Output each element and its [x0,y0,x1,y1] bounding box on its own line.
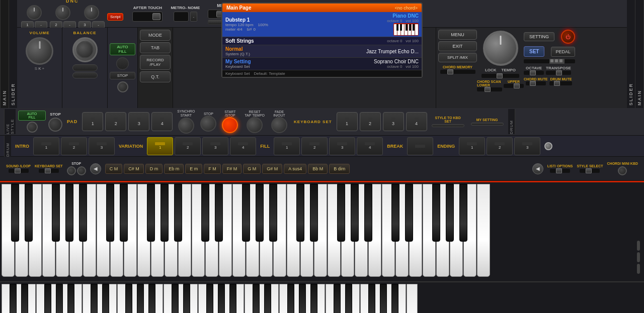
black-key[interactable] [120,184,128,242]
fill-btn-3[interactable]: 3 [329,137,355,155]
intro-btn-2[interactable]: 2 [61,137,87,155]
intro-btn-3[interactable]: 3 [89,137,115,155]
black-key[interactable] [391,184,399,242]
record-play-btn[interactable]: RECORD /PLAY [140,55,171,70]
black-key[interactable] [459,184,467,242]
octave-thumb[interactable] [530,70,536,75]
dnc-knob-1[interactable] [27,5,42,20]
black-key[interactable] [364,184,372,242]
variation-btn-4[interactable]: 4 [230,137,256,155]
black-key[interactable] [405,184,413,242]
black-key[interactable] [137,284,144,313]
black-key[interactable] [102,284,109,313]
stop-pad-knob[interactable] [48,118,62,132]
popup-item-1[interactable]: Soft Strings octave 0 vol 100 [222,37,422,45]
chord-upper-thumb[interactable] [514,83,520,88]
ending-btn-3[interactable]: 3 [514,137,540,155]
mode-btn[interactable]: MODE [140,30,171,41]
black-key[interactable] [172,284,179,313]
black-key[interactable] [337,184,345,242]
black-key[interactable] [125,284,132,313]
pad-btn-2[interactable]: 2 [105,112,126,131]
black-key[interactable] [56,284,63,313]
kbd-btn-3[interactable]: 3 [383,112,404,131]
kbd-btn-1[interactable]: 1 [337,112,358,131]
black-key[interactable] [160,184,169,242]
black-key[interactable] [148,284,155,313]
chord-arrow-right[interactable]: ◀ [532,163,543,174]
black-key[interactable] [183,284,190,313]
auto-fill-knob[interactable] [116,57,129,70]
chord-mute-thumb[interactable] [530,81,536,86]
reset-tap-btn[interactable] [247,117,263,133]
chord-fsm[interactable]: F# M [222,164,242,174]
set-btn[interactable]: SET [524,46,544,57]
list-options-thumb[interactable] [556,168,562,173]
popup-header[interactable]: Main Page <no chord> [222,4,422,12]
tempo-thumb[interactable] [497,73,503,78]
chord-bdim[interactable]: B dim [329,164,350,174]
ending-btn-2[interactable]: 2 [487,137,513,155]
black-key[interactable] [21,284,28,313]
auto-btn[interactable] [72,72,98,78]
stop-chord-left-btn[interactable] [67,166,76,175]
black-key[interactable] [334,284,341,313]
black-key[interactable] [206,284,213,313]
black-key[interactable] [147,184,155,242]
pad-btn-4[interactable]: 4 [151,112,173,131]
stop-knob[interactable] [117,81,128,92]
style-select-thumb[interactable] [586,168,592,173]
black-key[interactable] [432,184,440,242]
black-key[interactable] [11,184,19,242]
black-key[interactable] [310,184,318,242]
popup-item-2[interactable]: Normal System (Q.T.) Jazz Trumpet Echo D… [222,45,422,58]
main-knob[interactable] [483,31,518,66]
balance-knob[interactable] [72,37,98,62]
pad-btn-1[interactable]: 1 [82,112,103,131]
black-key[interactable] [25,184,33,242]
black-key[interactable] [368,284,375,313]
black-key[interactable] [65,184,73,242]
scroll-knob[interactable] [544,142,552,150]
black-key[interactable] [351,184,359,242]
chord-upper-slider[interactable] [504,84,524,88]
tempo-slider[interactable] [481,74,519,78]
popup-item-0[interactable]: Dubstep 1 tempo 120 bpm 100% meter 4/4 b… [222,12,422,37]
auto-fill-pad-knob[interactable] [27,122,38,133]
dnc-knob-3[interactable] [84,5,99,20]
fade-btn[interactable] [271,117,287,133]
after-touch-thumb[interactable] [152,13,160,20]
fill-btn-4[interactable]: 4 [357,137,383,155]
variation-btn-3[interactable]: 3 [202,137,228,155]
chord-gm[interactable]: G M [243,164,261,174]
sound-loop-thumb[interactable] [15,168,21,173]
white-key[interactable] [407,284,418,313]
chord-fm[interactable]: F M [204,164,221,174]
stop-chord-right-btn[interactable] [77,166,86,175]
chord-csm[interactable]: C# M [124,164,144,174]
transpose-thumb[interactable] [556,70,562,75]
black-key[interactable] [242,184,250,242]
pedal-btn[interactable]: PEDAL [551,47,575,57]
variation-btn-2[interactable]: 2 [175,137,201,155]
stop-btn-left[interactable]: STOP [110,72,135,79]
fill-btn-1[interactable]: 1 [274,137,300,155]
black-key[interactable] [391,284,398,313]
dnc-knob-2[interactable] [55,5,70,20]
black-key[interactable] [67,284,74,313]
start-stop-btn[interactable] [222,117,238,133]
black-key[interactable] [229,284,236,313]
split-mix-btn[interactable]: SPLIT /MIX [438,53,477,62]
black-key[interactable] [256,184,264,242]
script-button[interactable]: Script [107,13,123,21]
exit-btn[interactable]: EXIT [438,41,477,51]
black-key[interactable] [299,284,306,313]
chord-scan-thumb[interactable] [485,87,491,92]
style-to-kbd-btn[interactable] [432,124,464,127]
black-key[interactable] [79,184,87,242]
black-key[interactable] [106,184,114,242]
black-key[interactable] [215,184,223,242]
chord-cm[interactable]: C M [105,164,123,174]
black-key[interactable] [174,184,182,242]
style-select-slider[interactable] [580,169,600,173]
